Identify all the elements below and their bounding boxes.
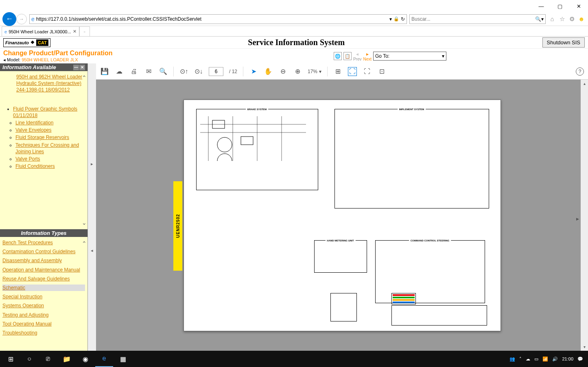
scroll-up-icon[interactable]: ⌃ <box>82 74 87 81</box>
type-link[interactable]: Special Instruction <box>2 293 85 300</box>
sub-link[interactable]: Fluid Storage Reservoirs <box>15 134 86 141</box>
back-button[interactable]: ← <box>2 12 16 26</box>
scroll-down-icon[interactable]: ▾ <box>584 345 586 349</box>
hydraulic-system-link[interactable]: 950H and 962H Wheel Loader Hydraulic Sys… <box>16 74 86 93</box>
wifi-icon[interactable]: 📶 <box>542 356 548 362</box>
fullscreen-icon[interactable]: ⛶ <box>363 67 372 76</box>
type-link[interactable]: Troubleshooting <box>2 330 85 336</box>
separator <box>173 67 174 76</box>
info-types-list: ⌃ Bench Test Procedures Contamination Co… <box>0 237 87 351</box>
page-up-icon[interactable]: ⊙↑ <box>179 67 188 76</box>
search-input[interactable] <box>411 16 535 22</box>
copy-icon[interactable]: 📋 <box>343 52 352 60</box>
zoom-select[interactable]: 17% ▾ <box>308 69 321 74</box>
splitter[interactable]: ▸ ◂ <box>88 63 96 351</box>
fluid-power-link[interactable]: Fluid Power Graphic Symbols 01/11/2018 <box>13 106 86 119</box>
sub-link[interactable]: Line Identification <box>15 119 86 126</box>
viewer-scrollbar[interactable]: ▴ ▾ <box>581 80 588 351</box>
expand-right-icon[interactable]: ▸ <box>91 161 93 167</box>
home-icon[interactable]: ⌂ <box>548 15 556 23</box>
close-pane-icon[interactable]: ✕ <box>79 65 85 70</box>
new-tab-button[interactable]: ▫ <box>79 26 90 36</box>
search-bar[interactable]: 🔍▾ <box>409 14 546 24</box>
battery-icon[interactable]: ▭ <box>534 356 538 362</box>
sub-link[interactable]: Techniques For Crossing and Joining Line… <box>15 142 86 155</box>
sub-link[interactable]: Valve Envelopes <box>15 127 86 133</box>
hand-icon[interactable]: ✋ <box>264 67 273 76</box>
maximize-button[interactable]: ▢ <box>551 0 569 12</box>
back-caret-icon[interactable]: ◂ <box>3 57 6 62</box>
type-link[interactable]: Testing and Adjusting <box>2 312 85 318</box>
search-icon[interactable]: 🔍 <box>159 67 168 76</box>
prev-button[interactable]: Prev <box>353 57 362 61</box>
sub-link[interactable]: Fluid Conditioners <box>15 163 86 169</box>
onedrive-icon[interactable]: ☁ <box>526 356 530 362</box>
collapse-left-icon[interactable]: ◂ <box>91 248 93 253</box>
fit-width-icon[interactable]: ⊞ <box>333 67 342 76</box>
fit-page-icon[interactable]: ⛶ <box>348 67 357 76</box>
sub-link[interactable]: Valve Ports <box>15 156 86 162</box>
type-link[interactable]: Systems Operation <box>2 302 85 309</box>
type-link[interactable]: Bench Test Procedures <box>2 239 85 246</box>
type-link[interactable]: Disassembly and Assembly <box>2 257 85 264</box>
scroll-down-icon[interactable]: ⌄ <box>82 219 87 226</box>
goto-select[interactable]: Go To: ▾ <box>373 52 446 61</box>
email-icon[interactable]: ✉ <box>144 67 153 76</box>
save-icon[interactable]: 💾 <box>100 67 109 76</box>
cloud-icon[interactable]: ☁ <box>115 67 124 76</box>
color-legend <box>391 293 416 304</box>
type-link-schematic[interactable]: Schematic <box>2 284 85 291</box>
close-button[interactable]: ✕ <box>569 0 588 12</box>
ie-icon: e <box>31 16 35 22</box>
page-input[interactable] <box>209 67 223 76</box>
tray-up-icon[interactable]: ˄ <box>519 356 522 362</box>
ie-taskbar-icon[interactable]: e <box>95 351 113 367</box>
rotate-icon[interactable]: ⊡ <box>377 67 386 76</box>
forward-button[interactable]: → <box>16 14 27 24</box>
clock[interactable]: 21:00 <box>562 356 573 361</box>
app-icon[interactable]: ▦ <box>114 351 132 367</box>
explorer-icon[interactable]: 📁 <box>58 351 76 367</box>
notifications-icon[interactable]: 💬 <box>577 356 583 362</box>
next-page-arrow[interactable]: ▸ <box>576 215 579 222</box>
taskview-icon[interactable]: ⎚ <box>39 351 57 367</box>
favorites-icon[interactable]: ☆ <box>558 15 566 23</box>
doc-nav: 🌐 📋 ◂ Prev ▸ Next Go To: ▾ <box>334 51 446 61</box>
schematic-wires <box>184 100 306 161</box>
scroll-up-icon[interactable]: ▴ <box>584 81 586 86</box>
address-bar[interactable]: e ▾ 🔒 ↻ <box>29 14 407 24</box>
start-button[interactable]: ⊞ <box>2 351 20 367</box>
tab-close-icon[interactable]: ✕ <box>73 29 77 34</box>
print-icon[interactable]: 🖨 <box>129 67 138 76</box>
refresh-icon[interactable]: ↻ <box>401 16 405 22</box>
smiley-icon[interactable]: ☻ <box>577 15 586 23</box>
tab-active[interactable]: e 950H Wheel Loader JLX0000... ✕ <box>2 26 79 36</box>
settings-icon[interactable]: ⚙ <box>568 15 576 23</box>
search-icon[interactable]: 🔍▾ <box>535 16 544 22</box>
globe-icon[interactable]: 🌐 <box>334 52 342 60</box>
help-icon[interactable]: ? <box>576 67 584 76</box>
type-link[interactable]: Tool Operating Manual <box>2 321 85 327</box>
type-link[interactable]: Operation and Maintenance Manual <box>2 267 85 273</box>
chrome-icon[interactable]: ◉ <box>77 351 94 367</box>
browser-tabs: e 950H Wheel Loader JLX0000... ✕ ▫ <box>0 26 588 37</box>
volume-icon[interactable]: 🔊 <box>552 356 558 362</box>
model-value: 950H WHEEL LOADER JLX <box>22 57 78 62</box>
type-link[interactable]: Reuse And Salvage Guidelines <box>2 276 85 282</box>
zoom-out-icon[interactable]: ⊖ <box>278 67 287 76</box>
cortana-icon[interactable]: ○ <box>20 351 38 367</box>
pointer-icon[interactable]: ➤ <box>249 67 258 76</box>
scroll-up-icon[interactable]: ⌃ <box>82 240 87 247</box>
dropdown-icon[interactable]: ▾ <box>389 16 392 22</box>
type-link[interactable]: Contamination Control Guidelines <box>2 248 85 255</box>
url-input[interactable] <box>36 16 388 22</box>
pdf-canvas[interactable]: UENR2502 BRAKE SYSTEM IMPLEMENT SYSTEM H… <box>96 80 588 351</box>
people-icon[interactable]: 👥 <box>509 356 515 362</box>
minimize-pane-icon[interactable]: — <box>73 65 79 70</box>
page-down-icon[interactable]: ⊙↓ <box>194 67 203 76</box>
shutdown-button[interactable]: Shutdown SIS <box>542 37 585 48</box>
zoom-in-icon[interactable]: ⊕ <box>293 67 302 76</box>
change-product-link[interactable]: Change Product/Part Configuration <box>3 50 112 57</box>
minimize-button[interactable]: — <box>532 0 551 12</box>
next-button[interactable]: Next <box>363 57 372 61</box>
